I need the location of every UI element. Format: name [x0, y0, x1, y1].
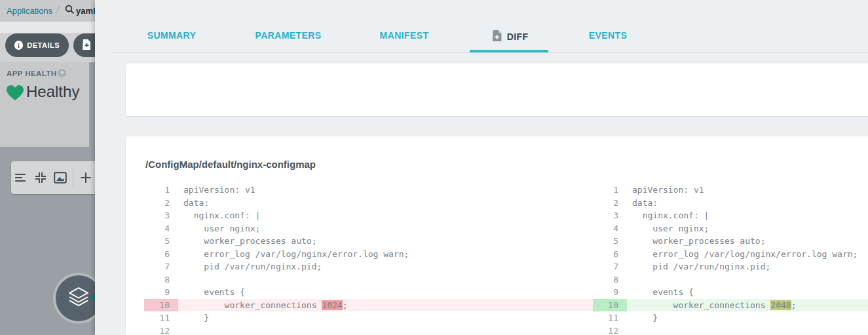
line-number: 6: [593, 248, 627, 261]
diff-line: 5 worker_processes auto;: [593, 235, 868, 248]
line-number: 3: [593, 209, 627, 222]
line-content: data:: [627, 197, 658, 210]
diff-pane-desired[interactable]: 1apiVersion: v12data:3 nginx.conf: |4 us…: [593, 184, 868, 335]
line-number: 8: [144, 273, 178, 286]
diff-resource-title: /ConfigMap/default/nginx-configmap: [145, 159, 316, 170]
diff-line: 2data:: [144, 197, 593, 210]
line-number: 7: [144, 260, 178, 273]
line-content: data:: [178, 197, 209, 210]
line-number: 5: [593, 235, 627, 248]
line-content: pid /var/run/nginx.pid;: [627, 260, 770, 273]
diff-line: 12: [144, 325, 593, 335]
diff-line: 9 events {: [144, 286, 593, 299]
diff-line: 3 nginx.conf: |: [593, 209, 868, 222]
compress-icon[interactable]: [31, 172, 50, 184]
line-content: user nginx;: [627, 222, 709, 235]
diff-line: 1apiVersion: v1: [593, 184, 868, 197]
tab-parameters[interactable]: PARAMETERS: [255, 30, 322, 41]
line-content: worker_processes auto;: [178, 235, 317, 248]
line-content: events {: [627, 286, 694, 299]
inline-change-highlight: 1024: [322, 300, 342, 310]
line-content: events {: [178, 286, 245, 299]
app-health-panel: APP HEALTH ?: [0, 62, 90, 147]
line-number: 10: [144, 299, 178, 312]
line-number: 10: [593, 299, 627, 312]
graph-toolbar: [11, 161, 103, 194]
line-content: nginx.conf: |: [627, 209, 709, 222]
details-button[interactable]: i DETAILS: [5, 33, 69, 57]
diff-line: 7 pid /var/run/nginx.pid;: [593, 260, 868, 273]
line-number: 1: [144, 184, 178, 197]
line-content: }: [627, 311, 658, 325]
help-icon[interactable]: ?: [58, 69, 66, 77]
line-content: [627, 273, 632, 286]
diff-line: 10 worker_connections 1024;: [144, 299, 593, 312]
diff-line: 6 error_log /var/log/nginx/error.log war…: [144, 248, 593, 261]
line-number: 1: [593, 184, 627, 197]
line-number: 12: [144, 325, 178, 335]
diff-line: 8: [593, 273, 868, 286]
app-screen: Applications / yaml i DETAILS D APP HEAL…: [0, 0, 868, 335]
line-number: 9: [593, 286, 627, 299]
summary-card: [126, 64, 868, 116]
top-nav-bar: Applications / yaml: [0, 0, 95, 22]
tab-summary[interactable]: SUMMARY: [147, 30, 197, 41]
breadcrumb-separator: /: [55, 4, 60, 15]
info-icon: i: [14, 41, 23, 50]
diff-line: 3 nginx.conf: |: [144, 209, 593, 222]
toolbar-strip: [0, 22, 95, 33]
line-content: user nginx;: [178, 222, 260, 235]
line-number: 8: [593, 273, 627, 286]
line-content: [178, 273, 183, 286]
details-button-label: DETAILS: [27, 41, 60, 49]
resource-graph: [0, 147, 95, 335]
inline-change-highlight: 2048: [770, 300, 791, 310]
line-content: apiVersion: v1: [178, 184, 255, 197]
tab-manifest[interactable]: MANIFEST: [380, 30, 429, 41]
line-content: error_log /var/log/nginx/error.log warn;: [627, 248, 858, 261]
fit-image-icon[interactable]: [50, 172, 70, 184]
line-number: 7: [593, 260, 627, 273]
line-content: nginx.conf: |: [178, 209, 260, 222]
diff-line: 12: [593, 325, 868, 335]
tab-events[interactable]: EVENTS: [589, 30, 627, 41]
line-number: 12: [593, 325, 627, 335]
align-left-icon[interactable]: [11, 172, 31, 183]
line-number: 11: [144, 311, 178, 325]
resource-details-panel: SUMMARY PARAMETERS MANIFEST DIFF EVENTS …: [95, 0, 868, 335]
line-number: 2: [144, 197, 178, 210]
layers-icon: [66, 286, 91, 311]
diff-line: 10 worker_connections 2048;: [593, 299, 868, 312]
tabs-border: [113, 52, 868, 53]
line-content: [178, 325, 183, 335]
line-content: error_log /var/log/nginx/error.log warn;: [178, 248, 409, 261]
toolbar-divider: [73, 168, 73, 187]
diff-card: /ConfigMap/default/nginx-configmap 1apiV…: [126, 136, 868, 335]
diff-line: 11 }: [144, 311, 593, 325]
line-content: [627, 325, 632, 335]
heart-icon: [6, 85, 24, 104]
search-value: yaml: [76, 6, 96, 16]
tab-diff[interactable]: DIFF: [493, 30, 529, 43]
diff-line: 5 worker_processes auto;: [144, 235, 593, 248]
diff-line: 6 error_log /var/log/nginx/error.log war…: [593, 248, 868, 261]
file-plus-icon: [493, 30, 502, 43]
file-icon: [83, 39, 91, 51]
line-content: worker_connections 1024;: [178, 299, 347, 312]
diff-pane-live[interactable]: 1apiVersion: v12data:3 nginx.conf: |4 us…: [144, 184, 593, 335]
diff-line: 4 user nginx;: [144, 222, 593, 235]
breadcrumb[interactable]: Applications: [7, 6, 52, 16]
line-content: apiVersion: v1: [627, 184, 704, 197]
plus-icon[interactable]: [76, 172, 96, 183]
line-number: 3: [144, 209, 178, 222]
line-content: }: [178, 311, 209, 325]
diff-line: 7 pid /var/run/nginx.pid;: [144, 260, 593, 273]
line-number: 9: [144, 286, 178, 299]
line-number: 6: [144, 248, 178, 261]
app-health-label: APP HEALTH: [7, 69, 56, 77]
line-content: worker_connections 2048;: [627, 299, 796, 312]
diff-line: 1apiVersion: v1: [144, 184, 593, 197]
diff-line: 8: [144, 273, 593, 286]
line-number: 4: [593, 222, 627, 235]
search-input[interactable]: yaml: [65, 5, 96, 16]
